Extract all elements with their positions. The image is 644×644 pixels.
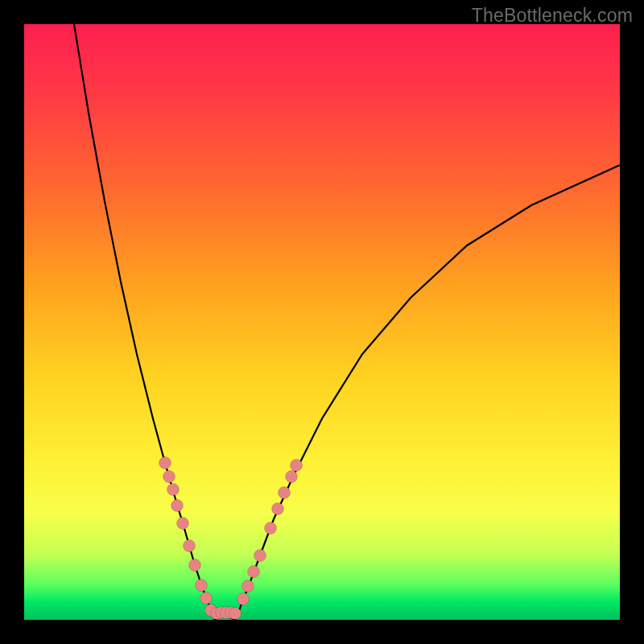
dot-layer <box>159 457 303 620</box>
plot-area <box>24 24 620 620</box>
right-curve-path <box>236 165 620 620</box>
data-dot <box>196 580 208 592</box>
data-dot <box>177 518 189 530</box>
data-dot <box>189 559 201 572</box>
data-dot <box>171 500 184 512</box>
data-dot <box>248 566 260 578</box>
data-dot <box>242 580 254 592</box>
data-dot <box>279 487 291 499</box>
data-dot <box>167 484 180 496</box>
data-dot <box>184 540 196 552</box>
watermark-text: TheBottleneck.com <box>472 5 633 27</box>
data-dot <box>159 457 171 469</box>
curve-layer <box>24 24 620 620</box>
data-dot <box>237 593 250 605</box>
data-dot <box>163 471 175 483</box>
data-dot <box>291 460 303 472</box>
data-dot <box>229 608 242 620</box>
data-dot <box>265 522 277 535</box>
data-dot <box>254 550 266 562</box>
data-dot <box>286 471 298 483</box>
data-dot <box>272 503 284 515</box>
chart-frame: TheBottleneck.com <box>0 0 644 644</box>
data-dot <box>200 592 213 605</box>
left-curve-path <box>74 24 215 620</box>
